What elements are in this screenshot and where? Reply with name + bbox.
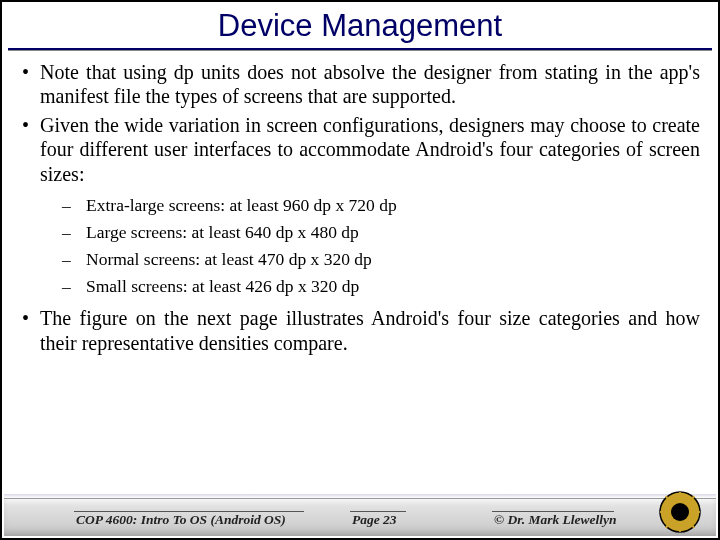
- svg-rect-4: [660, 511, 666, 513]
- svg-rect-3: [679, 526, 681, 532]
- slide: Device Management Note that using dp uni…: [2, 2, 718, 538]
- title-region: Device Management: [2, 2, 718, 44]
- footer-author: © Dr. Mark Llewellyn: [494, 512, 617, 528]
- bullet-text: Note that using dp units does not absolv…: [40, 61, 700, 107]
- ucf-logo-icon: [656, 488, 704, 536]
- sub-bullet-item: Small screens: at least 426 dp x 320 dp: [40, 273, 700, 300]
- svg-rect-2: [679, 492, 681, 498]
- sub-bullet-text: Extra-large screens: at least 960 dp x 7…: [86, 195, 397, 215]
- bullet-text: The figure on the next page illustrates …: [40, 307, 700, 353]
- sub-bullet-item: Large screens: at least 640 dp x 480 dp: [40, 219, 700, 246]
- sub-bullet-item: Normal screens: at least 470 dp x 320 dp: [40, 246, 700, 273]
- sub-bullet-list: Extra-large screens: at least 960 dp x 7…: [40, 192, 700, 301]
- svg-rect-5: [694, 511, 700, 513]
- footer-course: COP 4600: Intro To OS (Android OS): [76, 512, 286, 528]
- sub-bullet-text: Small screens: at least 426 dp x 320 dp: [86, 276, 359, 296]
- bullet-list: Note that using dp units does not absolv…: [20, 60, 700, 355]
- bullet-item: Note that using dp units does not absolv…: [20, 60, 700, 109]
- slide-title: Device Management: [218, 8, 502, 44]
- bullet-item: Given the wide variation in screen confi…: [20, 113, 700, 301]
- footer-page: Page 23: [352, 512, 397, 528]
- sub-bullet-item: Extra-large screens: at least 960 dp x 7…: [40, 192, 700, 219]
- bullet-text: Given the wide variation in screen confi…: [40, 114, 700, 185]
- content-region: Note that using dp units does not absolv…: [2, 50, 718, 538]
- footer: COP 4600: Intro To OS (Android OS) Page …: [4, 498, 716, 536]
- sub-bullet-text: Normal screens: at least 470 dp x 320 dp: [86, 249, 372, 269]
- svg-point-1: [671, 503, 689, 521]
- sub-bullet-text: Large screens: at least 640 dp x 480 dp: [86, 222, 359, 242]
- bullet-item: The figure on the next page illustrates …: [20, 306, 700, 355]
